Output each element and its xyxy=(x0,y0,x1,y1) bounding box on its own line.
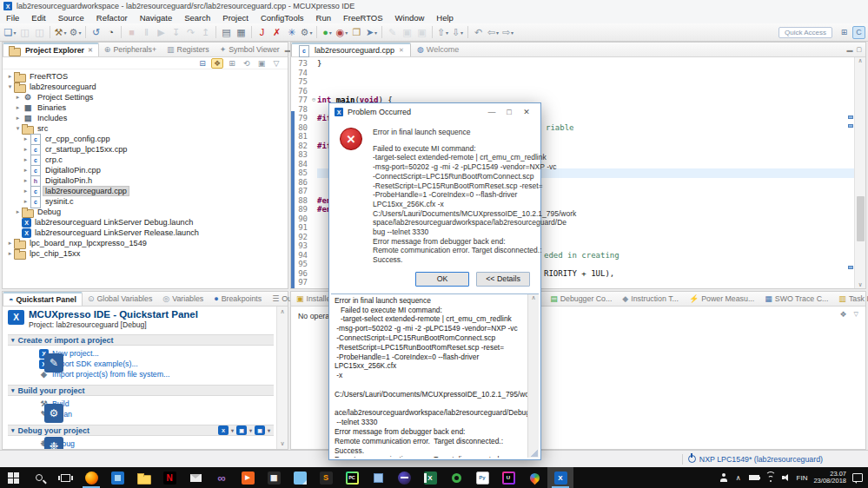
menu-run[interactable]: Run xyxy=(310,12,337,23)
explorer-tab-peripherals-[interactable]: ⊕Peripherals+ xyxy=(99,43,162,56)
profile-button[interactable]: ◔ xyxy=(103,25,118,40)
prev-annotation-button[interactable]: ⇧▾ xyxy=(435,25,450,40)
dialog-close-button[interactable]: ✕ xyxy=(518,108,535,116)
build-settings-button[interactable]: ⚙▾ xyxy=(68,25,83,40)
dialog-titlebar[interactable]: X Problem Occurred — □ ✕ xyxy=(329,103,540,121)
dialog-maximize-button[interactable]: □ xyxy=(500,108,518,116)
details-scrollbar[interactable]: ∧ xyxy=(527,294,539,458)
python-file-icon[interactable]: Py xyxy=(469,467,495,488)
debug-config-button[interactable]: ✳ xyxy=(284,25,299,40)
save-all-button[interactable]: ◫ xyxy=(32,25,47,40)
sync-button[interactable]: ⟲ xyxy=(241,58,253,69)
mark-occurrences-button[interactable]: ✎ xyxy=(385,25,400,40)
quickstart-link-import-project-s-from-file-system-[interactable]: ◈Import project(s) from file system... xyxy=(39,369,274,379)
excel-icon[interactable]: X xyxy=(417,467,443,488)
keyboard-language[interactable]: FIN xyxy=(797,474,808,482)
action-center-icon[interactable] xyxy=(852,473,863,482)
menu-file[interactable]: File xyxy=(0,12,25,23)
tree-item[interactable]: ▸hDigitalIoPin.h xyxy=(3,175,288,186)
scroll-up-icon[interactable]: ∧ xyxy=(531,294,535,300)
firefox-icon[interactable] xyxy=(78,467,104,488)
tree-arrow-icon[interactable]: ▸ xyxy=(14,208,22,215)
save-button[interactable]: ◫ xyxy=(17,25,32,40)
tree-arrow-icon[interactable]: ▸ xyxy=(14,115,22,122)
sticky-notes-icon[interactable] xyxy=(287,467,313,488)
dialog-details-pane[interactable]: Error in final launch sequence Failed to… xyxy=(331,293,539,458)
tree-arrow-icon[interactable]: ▸ xyxy=(22,146,30,153)
step-over-button[interactable]: ↷ xyxy=(183,25,198,40)
menu-configtools[interactable]: ConfigTools xyxy=(255,12,310,23)
tree-arrow-icon[interactable]: ▸ xyxy=(22,198,30,205)
close-icon[interactable]: ✕ xyxy=(399,47,404,54)
redlink-script-button[interactable]: J xyxy=(255,25,269,40)
menu-window[interactable]: Window xyxy=(389,12,431,23)
tree-arrow-icon[interactable]: ▸ xyxy=(22,167,30,174)
tree-item[interactable]: Xlab2resourceguard LinkServer Release.la… xyxy=(3,228,288,238)
tree-item[interactable]: ▸lpc_board_nxp_lpcxpresso_1549 xyxy=(3,238,288,248)
next-annotation-button[interactable]: ⇩▾ xyxy=(450,25,465,40)
tree-arrow-icon[interactable]: ▸ xyxy=(14,94,22,101)
quickstart-scrollbar[interactable]: ∧ ∨ xyxy=(276,307,288,449)
menu-search[interactable]: Search xyxy=(178,12,216,23)
resize-grip[interactable] xyxy=(531,450,538,457)
eclipse-icon[interactable] xyxy=(391,467,417,488)
mail-icon[interactable] xyxy=(182,467,209,488)
editor-scrollbar[interactable]: ∧ ∨ xyxy=(854,57,865,288)
scroll-down-icon[interactable]: ∨ xyxy=(858,281,862,288)
collapse-all-button[interactable]: ⊟ xyxy=(196,58,209,69)
wifi-icon[interactable] xyxy=(765,474,776,482)
maximize-icon[interactable]: ▢ xyxy=(856,46,862,53)
code-line[interactable]: 74 xyxy=(291,69,865,78)
forward-button[interactable]: ⇨▾ xyxy=(500,25,515,40)
cube-app-icon[interactable] xyxy=(365,467,391,488)
tree-item[interactable]: ▸ccr_startup_lpc15xx.cpp xyxy=(3,144,288,155)
dialog-minimize-button[interactable]: — xyxy=(483,108,500,116)
terminate-button[interactable]: ■ xyxy=(124,25,139,40)
map-pin-app-icon[interactable] xyxy=(521,467,547,488)
tree-arrow-icon[interactable]: ▸ xyxy=(22,188,30,195)
menu-edit[interactable]: Edit xyxy=(25,12,51,23)
tree-item[interactable]: ▸Debug xyxy=(3,207,288,217)
quickstart-link-debug[interactable]: ❉Debug xyxy=(39,439,274,449)
tree-arrow-icon[interactable]: ▸ xyxy=(6,73,14,80)
tree-arrow-icon[interactable]: ▸ xyxy=(22,156,30,163)
focus-project-button[interactable]: ⊞ xyxy=(226,58,238,69)
presentation-button[interactable]: ▣ xyxy=(255,58,268,69)
run-button[interactable]: ●▾ xyxy=(320,25,335,40)
pycharm-icon[interactable]: PC xyxy=(339,467,365,488)
tree-arrow-icon[interactable]: ▾ xyxy=(6,83,14,90)
quickstart-tab-global-variables[interactable]: ⊙Global Variables xyxy=(83,292,157,306)
start-icon[interactable] xyxy=(0,467,26,488)
debug-bug-icon[interactable]: ❖ xyxy=(840,310,847,319)
explorer-tab-symbol-viewer[interactable]: ✦Symbol Viewer xyxy=(215,43,285,56)
section-header[interactable]: ▾Build your project xyxy=(8,385,274,396)
menu-project[interactable]: Project xyxy=(216,12,255,23)
ok-button[interactable]: OK xyxy=(415,272,469,287)
tree-arrow-icon[interactable]: ▸ xyxy=(6,250,14,257)
launch-config-icon[interactable]: X xyxy=(218,425,229,435)
redlink-kill-button[interactable]: ✗ xyxy=(269,25,284,40)
console-tab-swo-trace-c-[interactable]: ▦SWO Trace C... xyxy=(759,292,833,306)
minimize-icon[interactable]: ▬ xyxy=(846,47,852,53)
console-tab-debugger-co-[interactable]: ▤Debugger Co... xyxy=(545,292,617,306)
menu-freertos[interactable]: FreeRTOS xyxy=(337,12,389,23)
dropdown-arrow-icon[interactable]: ▾ xyxy=(268,427,270,433)
details-button[interactable]: << Details xyxy=(476,272,530,287)
quickstart-tab-quickstart-panel[interactable]: ◓Quickstart Panel xyxy=(3,292,83,306)
resume-button[interactable]: ▶ xyxy=(154,25,169,40)
step-into-button[interactable]: ↧ xyxy=(169,25,183,40)
file-explorer-icon[interactable] xyxy=(130,467,156,488)
clock[interactable]: 23.07 23/08/2018 xyxy=(813,471,846,485)
quickstart-tab-variables[interactable]: ◎Variables xyxy=(157,292,209,306)
block-1-button[interactable]: ▣ xyxy=(400,25,414,40)
quickstart-link-new-project-[interactable]: XNew project... xyxy=(39,348,274,359)
cpp-perspective-button[interactable]: C xyxy=(852,26,865,39)
refresh-button[interactable]: ↺ xyxy=(89,25,103,40)
tree-item[interactable]: ▸ccrp.c xyxy=(3,155,288,165)
launch-config-icon[interactable]: ▣ xyxy=(236,425,247,435)
tree-item[interactable]: ▸⚙Project Settings xyxy=(3,92,288,102)
scroll-up-icon[interactable]: ∧ xyxy=(858,57,862,64)
ide-u-icon[interactable]: U xyxy=(495,467,521,488)
editor-tab-lab2resourceguard-cpp[interactable]: clab2resourceguard.cpp✕ xyxy=(291,43,411,56)
tree-item[interactable]: ▸lpc_chip_15xx xyxy=(3,248,288,259)
